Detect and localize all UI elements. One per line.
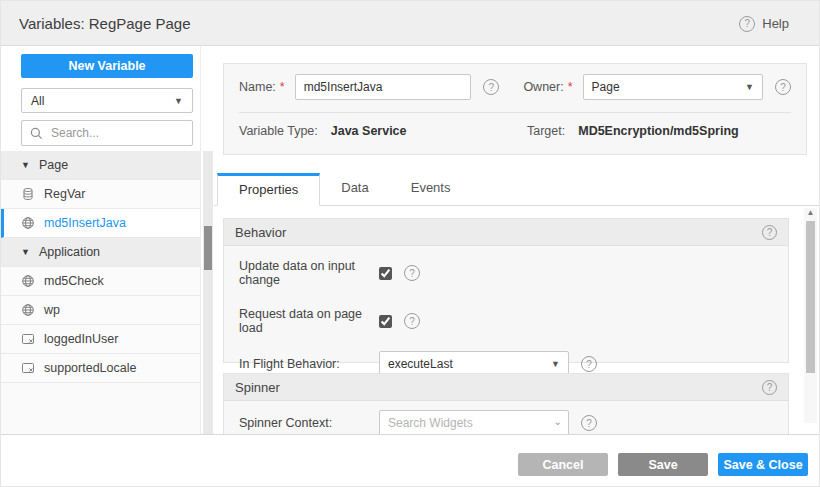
properties-scrollbar[interactable]: ▲ ▼ xyxy=(804,208,817,423)
spinner-section-header: Spinner ? xyxy=(224,374,788,401)
behavior-section-header: Behavior ? xyxy=(224,219,788,246)
inflight-behavior-value: executeLast xyxy=(388,357,453,371)
variables-sidebar: New Variable All ▼ ▼ Page RegVar xyxy=(1,46,201,435)
name-owner-row: Name: * ? Owner: * Page ▼ ? xyxy=(224,64,806,100)
tree-group-application[interactable]: ▼ Application xyxy=(1,238,200,267)
spinner-context-input[interactable] xyxy=(379,410,569,435)
save-and-close-button[interactable]: Save & Close xyxy=(718,453,808,476)
spinner-context-row: Spinner Context: ⌄ ? xyxy=(224,410,788,435)
spinner-help-icon[interactable]: ? xyxy=(762,380,777,395)
variable-filter-value: All xyxy=(31,94,44,108)
update-data-checkbox[interactable] xyxy=(379,267,392,280)
tree-item-supportedlocale[interactable]: supportedLocale xyxy=(1,354,200,383)
database-icon xyxy=(21,187,35,201)
tab-data[interactable]: Data xyxy=(320,172,389,205)
behavior-section-title: Behavior xyxy=(235,225,286,240)
variable-detail-panel: Name: * ? Owner: * Page ▼ ? Variable Typ… xyxy=(214,46,820,435)
variable-meta-panel: Name: * ? Owner: * Page ▼ ? Variable Typ… xyxy=(223,63,807,155)
required-marker: * xyxy=(568,80,573,94)
search-icon xyxy=(30,127,44,140)
model-variable-icon xyxy=(21,361,35,375)
tree-empty-area xyxy=(1,383,200,434)
tab-events[interactable]: Events xyxy=(390,172,472,205)
variable-type-value: Java Service xyxy=(331,124,407,138)
behavior-help-icon[interactable]: ? xyxy=(762,225,777,240)
request-data-checkbox[interactable] xyxy=(379,315,392,328)
request-data-help-icon[interactable]: ? xyxy=(404,313,420,329)
spinner-section: Spinner ? Spinner Context: ⌄ ? xyxy=(223,373,789,435)
tree-item-md5insertjava-selected[interactable]: md5InsertJava xyxy=(1,209,200,238)
owner-select[interactable]: Page ▼ xyxy=(583,74,763,100)
model-variable-icon xyxy=(21,332,35,346)
properties-scrollbar-thumb[interactable] xyxy=(806,221,815,373)
variable-tree: ▼ Page RegVar md5InsertJava ▼ Applicatio… xyxy=(1,151,200,434)
help-link[interactable]: ? Help xyxy=(739,1,789,46)
tree-item-loggedinuser[interactable]: loggedInUser xyxy=(1,325,200,354)
spinner-context-select[interactable]: ⌄ xyxy=(379,410,569,435)
dialog-header: Variables: RegPage Page ? Help xyxy=(1,1,820,46)
request-data-row: Request data on page load ? xyxy=(224,307,788,335)
tree-group-page[interactable]: ▼ Page xyxy=(1,151,200,180)
variable-label: loggedInUser xyxy=(44,332,118,346)
spinner-section-title: Spinner xyxy=(235,380,280,395)
variable-search-box[interactable] xyxy=(21,120,193,146)
owner-help-icon[interactable]: ? xyxy=(775,79,791,95)
required-marker: * xyxy=(280,80,285,94)
request-data-label: Request data on page load xyxy=(239,307,379,335)
globe-icon xyxy=(21,303,35,317)
update-data-help-icon[interactable]: ? xyxy=(404,265,420,281)
target-value: MD5Encryption/md5Spring xyxy=(578,124,738,138)
update-data-row: Update data on input change ? xyxy=(224,259,788,287)
group-label: Page xyxy=(39,158,68,172)
name-label: Name: xyxy=(239,80,276,94)
sidebar-scrollbar-thumb[interactable] xyxy=(204,226,212,270)
detail-tabbar: Properties Data Events xyxy=(214,173,820,206)
variable-type-label: Variable Type: xyxy=(239,124,318,138)
search-input[interactable] xyxy=(51,126,176,140)
cancel-button[interactable]: Cancel xyxy=(518,453,608,476)
dialog-footer: Cancel Save Save & Close xyxy=(1,435,820,487)
behavior-section: Behavior ? Update data on input change ?… xyxy=(223,218,789,363)
variable-filter-select[interactable]: All ▼ xyxy=(21,88,193,113)
owner-label: Owner: xyxy=(523,80,563,94)
inflight-behavior-label: In Flight Behavior: xyxy=(239,357,379,371)
variable-label: md5InsertJava xyxy=(44,216,126,230)
target-label: Target: xyxy=(527,124,565,138)
tab-properties[interactable]: Properties xyxy=(217,173,320,206)
spinner-context-help-icon[interactable]: ? xyxy=(581,415,597,431)
collapse-arrow-icon: ▼ xyxy=(21,247,30,257)
new-variable-button[interactable]: New Variable xyxy=(21,54,193,78)
chevron-down-icon: ▼ xyxy=(745,82,754,92)
sidebar-scrollbar[interactable] xyxy=(203,151,213,434)
collapse-arrow-icon: ▼ xyxy=(21,160,30,170)
type-target-row: Variable Type: Java Service Target: MD5E… xyxy=(224,113,806,138)
name-help-icon[interactable]: ? xyxy=(483,79,499,95)
variable-label: supportedLocale xyxy=(44,361,136,375)
help-icon: ? xyxy=(739,16,755,32)
chevron-down-icon: ▼ xyxy=(551,359,560,369)
chevron-down-icon: ▼ xyxy=(174,96,183,106)
owner-select-value: Page xyxy=(592,80,620,94)
variable-label: wp xyxy=(44,303,60,317)
variable-name-input[interactable] xyxy=(295,74,472,100)
save-button[interactable]: Save xyxy=(618,453,708,476)
inflight-behavior-help-icon[interactable]: ? xyxy=(581,356,597,372)
tree-item-md5check[interactable]: md5Check xyxy=(1,267,200,296)
globe-icon xyxy=(21,216,35,230)
group-label: Application xyxy=(39,245,100,259)
help-label: Help xyxy=(762,16,789,31)
globe-icon xyxy=(21,274,35,288)
update-data-label: Update data on input change xyxy=(239,259,379,287)
spinner-context-label: Spinner Context: xyxy=(239,416,379,430)
variables-dialog: Variables: RegPage Page ? Help New Varia… xyxy=(0,0,820,487)
scroll-up-icon[interactable]: ▲ xyxy=(804,208,817,217)
chevron-down-icon: ⌄ xyxy=(554,416,562,427)
tree-item-wp[interactable]: wp xyxy=(1,296,200,325)
tree-item-regvar[interactable]: RegVar xyxy=(1,180,200,209)
variable-label: RegVar xyxy=(44,187,85,201)
page-title: Variables: RegPage Page xyxy=(19,15,191,32)
variable-label: md5Check xyxy=(44,274,104,288)
